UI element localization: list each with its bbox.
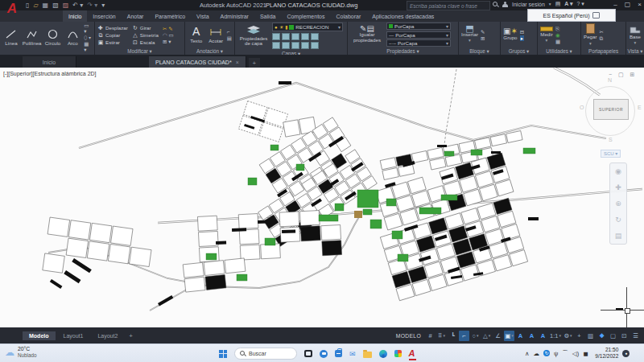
taskbar-search[interactable]: Buscar: [234, 348, 297, 360]
showmotion-icon[interactable]: ▤: [615, 232, 622, 240]
status-menu-icon[interactable]: ☰: [630, 331, 641, 341]
new-file-icon[interactable]: ▯: [26, 1, 29, 10]
panel-title-modificar[interactable]: Modificar ▾: [95, 47, 184, 55]
windows-start-button[interactable]: [219, 350, 227, 358]
panel-title-vista[interactable]: Vista ▾: [626, 47, 644, 55]
language-indicator[interactable]: ES Español (Perú): [527, 9, 616, 22]
scale-value[interactable]: 1:1▾: [549, 331, 562, 341]
layer-tool-icon[interactable]: [301, 33, 309, 40]
panel-title-portapapeles[interactable]: Portapapeles: [581, 47, 625, 55]
layer-tool-icon[interactable]: [291, 33, 299, 40]
ortho-icon[interactable]: ⌐: [459, 331, 469, 341]
plot-icon[interactable]: ▨: [63, 1, 69, 10]
move-tool[interactable]: ✚Desplazar: [97, 24, 128, 31]
file-explorer-icon[interactable]: [363, 352, 372, 358]
tab-salida[interactable]: Salida: [254, 10, 281, 22]
camera-icon[interactable]: ◼: [583, 350, 588, 357]
viewcube[interactable]: N SUPERIOR O E S SCU ▾: [581, 77, 641, 161]
store-icon[interactable]: [335, 350, 342, 357]
annotation-scale-icon[interactable]: A: [538, 331, 548, 341]
mirror-tool[interactable]: △Simetría: [132, 31, 159, 39]
hardware-accel-icon[interactable]: ❖: [597, 331, 607, 341]
linetype-dropdown[interactable]: –·– PorCapa ▾: [386, 39, 451, 47]
signin-caret-icon[interactable]: ▾: [549, 2, 551, 6]
group-select-icon[interactable]: ▸: [520, 35, 524, 41]
sync-icon[interactable]: ↻: [543, 350, 550, 356]
arc-tool[interactable]: Arco: [64, 29, 81, 46]
help-icon[interactable]: ? ▾: [577, 1, 584, 7]
layer-tool-icon[interactable]: [311, 42, 319, 49]
text-tool[interactable]: A Texto: [188, 27, 204, 43]
app-store-icon[interactable]: ▤: [555, 1, 561, 7]
layer-tool-icon[interactable]: [282, 33, 290, 40]
cut-icon[interactable]: ✂: [600, 29, 604, 35]
object-snap-tracking-icon[interactable]: ∠: [493, 331, 503, 341]
table-tool-icon[interactable]: ▤: [227, 35, 232, 41]
viewcube-north[interactable]: N: [608, 77, 612, 83]
save-icon[interactable]: ▦: [43, 1, 49, 10]
autocad-taskbar-icon[interactable]: A: [409, 348, 415, 359]
match-properties-button[interactable]: ✎▤ Igualar propiedades: [350, 27, 384, 43]
trim-tool-icon[interactable]: ✂ ✎: [163, 26, 174, 31]
autodesk-app-icon[interactable]: A ▾: [564, 1, 572, 7]
save-as-icon[interactable]: ▧: [52, 1, 59, 10]
tab-insercion[interactable]: Inserción: [87, 10, 121, 22]
autocad-logo[interactable]: A: [3, 1, 21, 18]
layer-tool-icon[interactable]: [291, 42, 299, 49]
clean-screen-icon[interactable]: ▢: [608, 331, 618, 341]
edge-browser-icon[interactable]: [379, 350, 387, 358]
workspace-gear-icon[interactable]: ⚙▾: [563, 331, 573, 341]
circle-tool[interactable]: Círculo: [44, 29, 62, 46]
restore-button[interactable]: ▢: [625, 1, 631, 8]
open-file-icon[interactable]: ▱: [33, 1, 38, 10]
snap-icon[interactable]: ⠿▾: [436, 331, 447, 341]
tab-parametrico[interactable]: Paramétrico: [149, 10, 191, 22]
tab-layout1[interactable]: Layout1: [57, 331, 90, 340]
layer-tool-icon[interactable]: [311, 33, 319, 40]
polyline-tool[interactable]: Polilínea: [23, 29, 42, 46]
notification-badge[interactable]: ●: [622, 350, 630, 357]
fillet-tool-icon[interactable]: ◠ ▭: [163, 32, 174, 38]
hatch-tool-icon[interactable]: ▦ ▾: [84, 41, 92, 52]
signin-button[interactable]: Iniciar sesión: [512, 2, 545, 7]
rectangle-tool-icon[interactable]: ▭ ▾: [84, 23, 92, 34]
ucs-selector[interactable]: SCU ▾: [601, 150, 621, 158]
panel-title-grupos[interactable]: Grupos ▾: [501, 47, 537, 55]
new-layout-button[interactable]: +: [126, 332, 136, 339]
isolate-objects-icon[interactable]: ▥: [585, 331, 596, 341]
tab-inicio[interactable]: Inicio: [63, 10, 87, 22]
id-point-icon[interactable]: ◉: [555, 32, 560, 38]
tray-expand-icon[interactable]: ∧: [525, 350, 530, 357]
tab-anotar[interactable]: Anotar: [122, 10, 150, 22]
layer-tool-icon[interactable]: [301, 42, 309, 49]
viewport-controls-label[interactable]: [-][Superior][Estructura alámbrica 2D]: [3, 71, 97, 76]
grid-icon[interactable]: #: [425, 331, 436, 341]
search-icon[interactable]: [493, 2, 498, 7]
group-button[interactable]: ▣✶ Grupo: [503, 29, 518, 40]
viewcube-top-face[interactable]: SUPERIOR: [593, 99, 629, 120]
minimize-button[interactable]: –: [613, 1, 617, 8]
layer-properties-button[interactable]: Propiedades de capa: [237, 26, 270, 47]
navigation-bar[interactable]: ◉ ✚ ⊕ ↻ ▤: [609, 162, 627, 245]
microphone-icon[interactable]: ψ: [554, 350, 558, 357]
undo-icon[interactable]: ↶ ▾: [72, 1, 83, 10]
tab-aplicaciones[interactable]: Aplicaciones destacadas: [366, 10, 440, 22]
mail-icon[interactable]: ✉: [349, 350, 356, 358]
zoom-icon[interactable]: ⊕: [615, 200, 621, 208]
clock[interactable]: 21:50 9/12/2022: [595, 347, 618, 360]
volume-icon[interactable]: ◁): [572, 350, 579, 357]
isodraft-icon[interactable]: △▾: [481, 331, 492, 341]
quick-select-icon[interactable]: ⎘: [555, 26, 560, 31]
wifi-icon[interactable]: ⌒: [562, 349, 568, 357]
ellipse-tool-icon[interactable]: ⬯ ▾: [84, 35, 92, 40]
task-view-button[interactable]: [304, 350, 312, 357]
viewcube-west[interactable]: O: [580, 105, 584, 110]
tab-vista[interactable]: Vista: [191, 10, 214, 22]
ungroup-icon[interactable]: ⊟: [520, 29, 524, 35]
layer-dropdown[interactable]: ● ☀ ▮ RECREACION ▾: [272, 23, 343, 31]
pan-icon[interactable]: ✚: [615, 183, 621, 191]
tab-colaborar[interactable]: Colaborar: [331, 10, 367, 22]
scale-tool[interactable]: ⊡Escala: [132, 39, 159, 46]
color-dropdown[interactable]: PorCapa ▾: [386, 23, 451, 30]
search-input[interactable]: [407, 1, 490, 10]
